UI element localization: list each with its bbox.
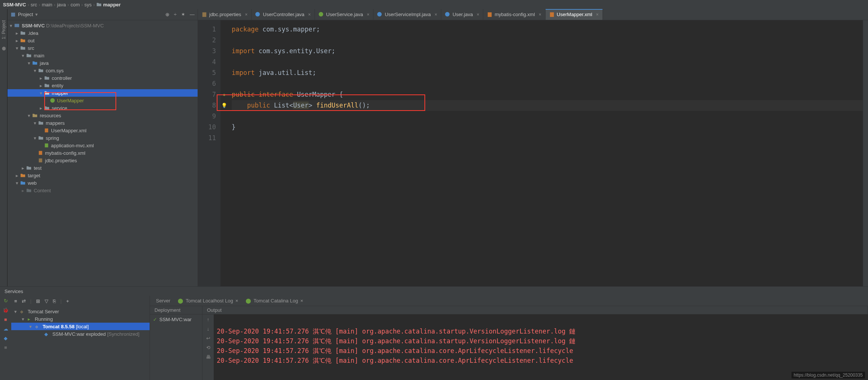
tab-mybatisconfig[interactable]: mybatis-config.xml× bbox=[483, 9, 546, 20]
output-toolbar: ↑ ↓ ↩ ⟲ 🖶 bbox=[202, 314, 214, 380]
tab-user[interactable]: User.java× bbox=[441, 9, 483, 20]
crumb-2[interactable]: main bbox=[42, 2, 52, 7]
crumb-3[interactable]: java bbox=[57, 2, 66, 7]
tree-service[interactable]: service bbox=[7, 104, 198, 112]
svg-rect-5 bbox=[39, 159, 42, 163]
project-tree[interactable]: SSM-MVC D:\IdeaProjects\SSM-MVC .idea ou… bbox=[7, 20, 198, 286]
tab-server[interactable]: Server bbox=[156, 298, 170, 304]
project-panel: Project▾ ⊕ ÷ ✶ — SSM-MVC D:\IdeaProjects… bbox=[7, 9, 198, 286]
crumb-6[interactable]: mapper bbox=[103, 2, 121, 7]
deployment-item[interactable]: ✓SSM-MVC:war bbox=[150, 314, 202, 380]
tomcat-server-node[interactable]: ⟐ Tomcat Server bbox=[11, 308, 150, 315]
stop-icon[interactable]: ■ bbox=[4, 317, 7, 322]
svg-rect-2 bbox=[45, 129, 48, 133]
project-tool-button[interactable]: 1: Project bbox=[1, 20, 6, 39]
close-icon[interactable]: × bbox=[367, 12, 369, 17]
locate-icon[interactable]: ⊕ bbox=[165, 12, 169, 17]
tree-java[interactable]: java bbox=[7, 59, 198, 67]
console-tabs: Server ⬤Tomcat Localhost Log× ⬤Tomcat Ca… bbox=[150, 296, 868, 306]
tree-target[interactable]: target bbox=[7, 172, 198, 179]
services-tool1[interactable]: ≡ bbox=[14, 298, 17, 304]
expand-icon[interactable]: ÷ bbox=[174, 12, 177, 17]
tree-content[interactable]: Content bbox=[7, 187, 198, 194]
services-tree-col: ≡ ⇄ | ⊞ ▽ ⎘ | + ⟐ Tomcat Server ▸ Runnin… bbox=[11, 296, 150, 380]
tab-usermapperxml[interactable]: UserMapper.xml× bbox=[546, 9, 603, 20]
tab-catalina-log[interactable]: ⬤Tomcat Catalina Log× bbox=[246, 298, 303, 304]
tree-web[interactable]: web bbox=[7, 179, 198, 187]
services-tool3[interactable]: ⊞ bbox=[36, 298, 40, 304]
project-title[interactable]: Project bbox=[18, 12, 33, 17]
running-node[interactable]: ▸ Running bbox=[11, 315, 150, 323]
svg-rect-1 bbox=[15, 24, 19, 27]
tree-controller[interactable]: controller bbox=[7, 74, 198, 82]
tree-mybatis[interactable]: mybatis-config.xml bbox=[7, 149, 198, 157]
tree-spring[interactable]: spring bbox=[7, 134, 198, 142]
tab-jdbc[interactable]: jdbc.properties× bbox=[198, 9, 252, 20]
services-toolbar: ≡ ⇄ | ⊞ ▽ ⎘ | + bbox=[11, 296, 150, 306]
svg-rect-0 bbox=[11, 12, 15, 16]
project-header: Project▾ ⊕ ÷ ✶ — bbox=[7, 9, 198, 20]
services-tool5[interactable]: ⎘ bbox=[53, 298, 56, 304]
editor-body[interactable]: 1234 5678 91011 ● 💡 package com.sys.mapp… bbox=[198, 20, 868, 286]
tree-jdbc[interactable]: jdbc.properties bbox=[7, 157, 198, 164]
hide-icon[interactable]: — bbox=[190, 12, 195, 17]
tab-userserviceimpl[interactable]: UserServiceImpl.java× bbox=[373, 9, 441, 20]
tree-usermapper[interactable]: UserMapper bbox=[7, 97, 198, 104]
tree-root[interactable]: SSM-MVC D:\IdeaProjects\SSM-MVC bbox=[7, 22, 198, 29]
tree-comsys[interactable]: com.sys bbox=[7, 67, 198, 74]
tree-main[interactable]: main bbox=[7, 52, 198, 59]
services-tool2[interactable]: ⇄ bbox=[22, 298, 26, 304]
tree-resources[interactable]: resources bbox=[7, 112, 198, 119]
rerun-icon[interactable]: ↻ bbox=[4, 298, 8, 304]
services-tool6[interactable]: + bbox=[66, 298, 69, 304]
tree-mappers[interactable]: mappers bbox=[7, 119, 198, 127]
tab-localhost-log[interactable]: ⬤Tomcat Localhost Log× bbox=[178, 298, 238, 304]
publish-icon[interactable]: ☁ bbox=[3, 326, 8, 332]
gutter: 1234 5678 91011 bbox=[198, 20, 220, 286]
crumb-0[interactable]: SSM-MVC bbox=[3, 2, 26, 7]
close-icon[interactable]: × bbox=[245, 12, 247, 17]
output-text[interactable]: 20-Sep-2020 19:41:57.276 淇℃伅 [main] org.… bbox=[214, 314, 868, 380]
tree-test[interactable]: test bbox=[7, 164, 198, 172]
tree-out[interactable]: out bbox=[7, 37, 198, 44]
svg-rect-4 bbox=[39, 151, 42, 155]
services-tool4[interactable]: ▽ bbox=[45, 298, 48, 304]
tree-src[interactable]: src bbox=[7, 44, 198, 52]
up-icon[interactable]: ↑ bbox=[207, 317, 210, 322]
tab-usercontroller[interactable]: UserController.java× bbox=[252, 9, 315, 20]
crumb-5[interactable]: sys bbox=[84, 2, 92, 7]
close-icon[interactable]: × bbox=[435, 12, 437, 17]
debug-icon[interactable]: 🐞 bbox=[3, 307, 9, 313]
down-icon[interactable]: ↓ bbox=[207, 326, 210, 332]
sync-icon[interactable]: ◆ bbox=[4, 335, 7, 341]
more-icon[interactable]: ≡ bbox=[4, 345, 7, 350]
tab-bar: jdbc.properties× UserController.java× Us… bbox=[198, 9, 868, 20]
services-console: Server ⬤Tomcat Localhost Log× ⬤Tomcat Ca… bbox=[150, 296, 868, 380]
services-title[interactable]: Services bbox=[4, 289, 23, 294]
close-icon[interactable]: × bbox=[308, 12, 311, 17]
gear-icon[interactable]: ✶ bbox=[181, 12, 185, 17]
softwrap-icon[interactable]: ⟲ bbox=[206, 345, 210, 350]
services-run-icons: ↻ 🐞 ■ ☁ ◆ ≡ bbox=[0, 296, 11, 380]
close-icon[interactable]: × bbox=[477, 12, 479, 17]
close-icon[interactable]: × bbox=[596, 12, 599, 17]
col-deployment: Deployment bbox=[150, 306, 202, 314]
svg-rect-8 bbox=[550, 12, 554, 16]
war-node[interactable]: ◆ SSM-MVC:war exploded [Synchronized] bbox=[11, 330, 150, 338]
tree-usermapperxml[interactable]: UserMapper.xml bbox=[7, 127, 198, 134]
tree-idea[interactable]: .idea bbox=[7, 29, 198, 37]
wrap-icon[interactable]: ↩ bbox=[206, 335, 210, 341]
crumb-4[interactable]: com bbox=[70, 2, 80, 7]
tomcat-instance[interactable]: ⟐ Tomcat 8.5.58 [local] bbox=[11, 323, 150, 330]
tree-appmvcxml[interactable]: application-mvc.xml bbox=[7, 142, 198, 149]
code[interactable]: package com.sys.mapper; import com.sys.e… bbox=[220, 20, 863, 286]
tree-entity[interactable]: entity bbox=[7, 82, 198, 89]
crumb-1[interactable]: src bbox=[31, 2, 37, 7]
tab-userservice[interactable]: UserService.java× bbox=[315, 9, 373, 20]
breadcrumb-bar: SSM-MVC ›src ›main ›java ›com ›sys ›mapp… bbox=[0, 0, 868, 9]
tree-mapper[interactable]: mapper bbox=[7, 89, 198, 97]
print-icon[interactable]: 🖶 bbox=[206, 354, 211, 360]
close-icon[interactable]: × bbox=[539, 12, 541, 17]
watermark: https://blog.csdn.net/qq_25200335 bbox=[792, 372, 865, 379]
services-tree[interactable]: ⟐ Tomcat Server ▸ Running ⟐ Tomcat 8.5.5… bbox=[11, 306, 150, 380]
